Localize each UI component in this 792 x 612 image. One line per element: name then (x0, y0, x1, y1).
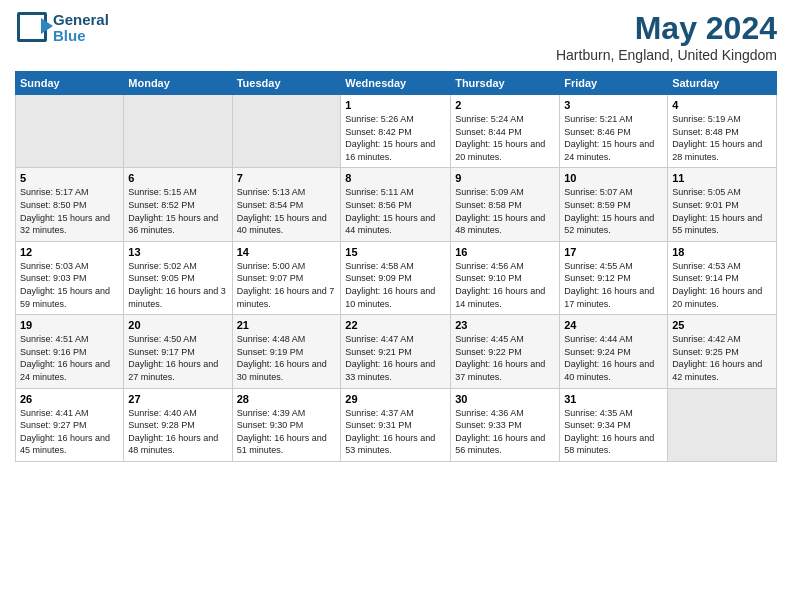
daylight-label: Daylight: 16 hours and 40 minutes. (564, 359, 654, 382)
day-info: Sunrise: 5:02 AM Sunset: 9:05 PM Dayligh… (128, 260, 227, 310)
sunrise-label: Sunrise: 4:39 AM (237, 408, 306, 418)
sunrise-label: Sunrise: 5:21 AM (564, 114, 633, 124)
sunset-label: Sunset: 8:46 PM (564, 127, 631, 137)
day-cell: 17 Sunrise: 4:55 AM Sunset: 9:12 PM Dayl… (560, 241, 668, 314)
logo-general: General (53, 12, 109, 29)
daylight-label: Daylight: 16 hours and 27 minutes. (128, 359, 218, 382)
daylight-label: Daylight: 15 hours and 24 minutes. (564, 139, 654, 162)
sunset-label: Sunset: 8:56 PM (345, 200, 412, 210)
month-title: May 2024 (556, 10, 777, 47)
day-info: Sunrise: 4:47 AM Sunset: 9:21 PM Dayligh… (345, 333, 446, 383)
sunset-label: Sunset: 9:34 PM (564, 420, 631, 430)
daylight-label: Daylight: 15 hours and 40 minutes. (237, 213, 327, 236)
col-thursday: Thursday (451, 72, 560, 95)
sunset-label: Sunset: 9:27 PM (20, 420, 87, 430)
daylight-label: Daylight: 15 hours and 16 minutes. (345, 139, 435, 162)
day-cell: 8 Sunrise: 5:11 AM Sunset: 8:56 PM Dayli… (341, 168, 451, 241)
day-cell: 11 Sunrise: 5:05 AM Sunset: 9:01 PM Dayl… (668, 168, 777, 241)
day-cell: 16 Sunrise: 4:56 AM Sunset: 9:10 PM Dayl… (451, 241, 560, 314)
day-cell: 3 Sunrise: 5:21 AM Sunset: 8:46 PM Dayli… (560, 95, 668, 168)
day-info: Sunrise: 4:40 AM Sunset: 9:28 PM Dayligh… (128, 407, 227, 457)
daylight-label: Daylight: 16 hours and 51 minutes. (237, 433, 327, 456)
sunset-label: Sunset: 9:28 PM (128, 420, 195, 430)
day-number: 26 (20, 393, 119, 405)
sunrise-label: Sunrise: 4:40 AM (128, 408, 197, 418)
day-cell (232, 95, 341, 168)
sunset-label: Sunset: 9:30 PM (237, 420, 304, 430)
day-number: 30 (455, 393, 555, 405)
day-number: 5 (20, 172, 119, 184)
day-number: 18 (672, 246, 772, 258)
sunset-label: Sunset: 9:05 PM (128, 273, 195, 283)
sunset-label: Sunset: 9:12 PM (564, 273, 631, 283)
week-row-5: 26 Sunrise: 4:41 AM Sunset: 9:27 PM Dayl… (16, 388, 777, 461)
col-monday: Monday (124, 72, 232, 95)
sunrise-label: Sunrise: 5:26 AM (345, 114, 414, 124)
calendar-table: Sunday Monday Tuesday Wednesday Thursday… (15, 71, 777, 462)
sunrise-label: Sunrise: 5:15 AM (128, 187, 197, 197)
daylight-label: Daylight: 15 hours and 59 minutes. (20, 286, 110, 309)
day-cell: 27 Sunrise: 4:40 AM Sunset: 9:28 PM Dayl… (124, 388, 232, 461)
day-number: 9 (455, 172, 555, 184)
daylight-label: Daylight: 16 hours and 24 minutes. (20, 359, 110, 382)
day-cell: 2 Sunrise: 5:24 AM Sunset: 8:44 PM Dayli… (451, 95, 560, 168)
day-cell (124, 95, 232, 168)
day-cell: 24 Sunrise: 4:44 AM Sunset: 9:24 PM Dayl… (560, 315, 668, 388)
day-cell: 10 Sunrise: 5:07 AM Sunset: 8:59 PM Dayl… (560, 168, 668, 241)
sunrise-label: Sunrise: 4:36 AM (455, 408, 524, 418)
day-cell: 5 Sunrise: 5:17 AM Sunset: 8:50 PM Dayli… (16, 168, 124, 241)
day-info: Sunrise: 4:39 AM Sunset: 9:30 PM Dayligh… (237, 407, 337, 457)
day-number: 21 (237, 319, 337, 331)
day-info: Sunrise: 5:15 AM Sunset: 8:52 PM Dayligh… (128, 186, 227, 236)
sunset-label: Sunset: 9:25 PM (672, 347, 739, 357)
day-cell (668, 388, 777, 461)
day-number: 7 (237, 172, 337, 184)
day-number: 19 (20, 319, 119, 331)
day-number: 8 (345, 172, 446, 184)
sunrise-label: Sunrise: 4:48 AM (237, 334, 306, 344)
sunrise-label: Sunrise: 5:05 AM (672, 187, 741, 197)
sunset-label: Sunset: 8:48 PM (672, 127, 739, 137)
sunrise-label: Sunrise: 4:37 AM (345, 408, 414, 418)
logo: General Blue (15, 10, 109, 46)
col-sunday: Sunday (16, 72, 124, 95)
day-cell: 4 Sunrise: 5:19 AM Sunset: 8:48 PM Dayli… (668, 95, 777, 168)
daylight-label: Daylight: 16 hours and 45 minutes. (20, 433, 110, 456)
day-number: 13 (128, 246, 227, 258)
daylight-label: Daylight: 16 hours and 3 minutes. (128, 286, 226, 309)
daylight-label: Daylight: 16 hours and 17 minutes. (564, 286, 654, 309)
day-number: 16 (455, 246, 555, 258)
day-info: Sunrise: 5:26 AM Sunset: 8:42 PM Dayligh… (345, 113, 446, 163)
sunset-label: Sunset: 9:10 PM (455, 273, 522, 283)
sunset-label: Sunset: 8:52 PM (128, 200, 195, 210)
daylight-label: Daylight: 15 hours and 32 minutes. (20, 213, 110, 236)
sunset-label: Sunset: 9:19 PM (237, 347, 304, 357)
day-number: 31 (564, 393, 663, 405)
day-info: Sunrise: 5:19 AM Sunset: 8:48 PM Dayligh… (672, 113, 772, 163)
sunrise-label: Sunrise: 4:53 AM (672, 261, 741, 271)
title-block: May 2024 Hartburn, England, United Kingd… (556, 10, 777, 63)
day-info: Sunrise: 4:41 AM Sunset: 9:27 PM Dayligh… (20, 407, 119, 457)
day-cell: 1 Sunrise: 5:26 AM Sunset: 8:42 PM Dayli… (341, 95, 451, 168)
day-cell: 15 Sunrise: 4:58 AM Sunset: 9:09 PM Dayl… (341, 241, 451, 314)
day-number: 2 (455, 99, 555, 111)
day-number: 23 (455, 319, 555, 331)
day-number: 10 (564, 172, 663, 184)
daylight-label: Daylight: 16 hours and 10 minutes. (345, 286, 435, 309)
day-number: 6 (128, 172, 227, 184)
day-number: 17 (564, 246, 663, 258)
day-info: Sunrise: 5:21 AM Sunset: 8:46 PM Dayligh… (564, 113, 663, 163)
sunset-label: Sunset: 9:16 PM (20, 347, 87, 357)
daylight-label: Daylight: 16 hours and 58 minutes. (564, 433, 654, 456)
day-info: Sunrise: 5:11 AM Sunset: 8:56 PM Dayligh… (345, 186, 446, 236)
day-cell: 22 Sunrise: 4:47 AM Sunset: 9:21 PM Dayl… (341, 315, 451, 388)
day-cell: 29 Sunrise: 4:37 AM Sunset: 9:31 PM Dayl… (341, 388, 451, 461)
sunset-label: Sunset: 8:54 PM (237, 200, 304, 210)
day-cell: 7 Sunrise: 5:13 AM Sunset: 8:54 PM Dayli… (232, 168, 341, 241)
day-number: 11 (672, 172, 772, 184)
sunrise-label: Sunrise: 4:45 AM (455, 334, 524, 344)
day-info: Sunrise: 5:09 AM Sunset: 8:58 PM Dayligh… (455, 186, 555, 236)
day-info: Sunrise: 5:17 AM Sunset: 8:50 PM Dayligh… (20, 186, 119, 236)
sunrise-label: Sunrise: 4:56 AM (455, 261, 524, 271)
day-number: 1 (345, 99, 446, 111)
